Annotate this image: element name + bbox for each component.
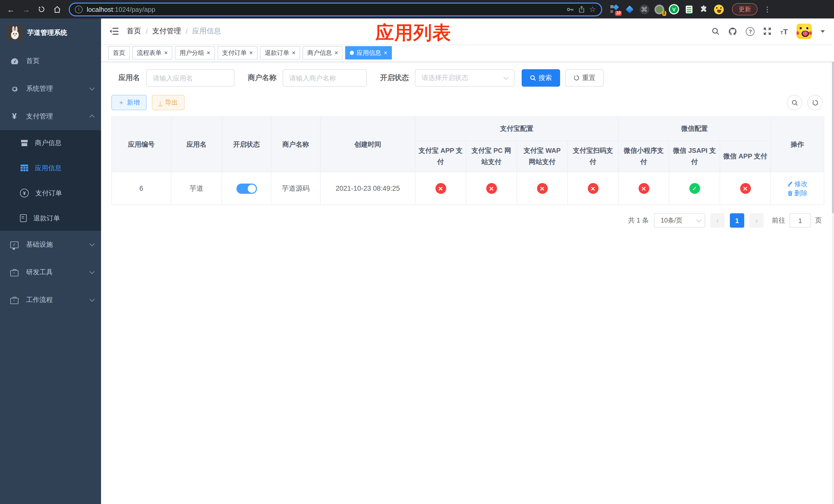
share-icon[interactable] (578, 5, 585, 13)
merchant-name-label: 商户名称 (248, 73, 277, 83)
search-button[interactable]: 搜索 (522, 69, 560, 87)
address-bar[interactable]: i localhost:1024/pay/app ☆ (69, 2, 602, 16)
breadcrumb-home[interactable]: 首页 (127, 27, 141, 36)
close-icon[interactable]: × (207, 50, 210, 56)
tab-merchant-info[interactable]: 商户信息 × (303, 46, 343, 60)
close-icon[interactable]: × (334, 50, 338, 56)
export-button[interactable]: ↓ 导出 (152, 95, 184, 110)
reset-button[interactable]: 重置 (565, 69, 604, 87)
col-group-alipay: 支付宝配置 (415, 117, 618, 141)
current-page[interactable]: 1 (730, 213, 744, 228)
prev-page-button[interactable]: ‹ (710, 213, 725, 228)
delete-link[interactable]: 删除 (787, 188, 808, 198)
sidebar-item-infrastructure[interactable]: ✓ 基础设施 (0, 231, 101, 258)
col-merchant: 商户名称 (271, 117, 320, 172)
col-app-id: 应用编号 (112, 117, 171, 172)
menu-label: 研发工具 (26, 268, 83, 277)
sidebar-item-pay-order[interactable]: ¥ 支付订单 (0, 181, 101, 206)
tab-label: 退款订单 (265, 48, 289, 57)
edit-link[interactable]: 修改 (787, 179, 808, 188)
close-icon[interactable]: × (164, 50, 168, 56)
status-fail-icon (588, 183, 598, 194)
tab-home[interactable]: 首页 (108, 46, 130, 60)
tab-app-info-active[interactable]: 应用信息 × (345, 46, 392, 60)
extension-blocker-icon[interactable]: 10 (609, 4, 620, 14)
browser-home-button[interactable] (50, 3, 64, 16)
tab-label: 支付订单 (222, 48, 247, 57)
merchant-name-input[interactable] (283, 69, 367, 87)
help-icon[interactable]: ? (746, 27, 755, 36)
cell-merchant: 芋道源码 (271, 172, 320, 205)
extension-kite-icon[interactable] (624, 4, 635, 14)
goto-page-input[interactable] (789, 213, 811, 228)
browser-reload-button[interactable] (35, 3, 48, 16)
col-wx-app: 微信 APP 支付 (720, 141, 771, 172)
breadcrumb-payment[interactable]: 支付管理 (152, 27, 181, 36)
app-name-input[interactable] (146, 69, 235, 87)
browser-back-button[interactable]: ← (4, 3, 18, 16)
tab-refund-order[interactable]: 退款订单 × (260, 46, 300, 60)
app-logo[interactable]: 芋道管理系统 (0, 19, 101, 47)
profile-avatar-icon[interactable] (714, 4, 724, 14)
fullscreen-icon[interactable] (764, 27, 772, 36)
menu-label: 工作流程 (26, 295, 83, 304)
caret-down-icon[interactable] (821, 30, 825, 32)
chrome-menu-icon[interactable]: ⋮ (764, 5, 771, 13)
close-icon[interactable]: × (292, 50, 295, 56)
extensions-puzzle-icon[interactable] (699, 4, 709, 14)
app-table: 应用编号 应用名 开启状态 商户名称 创建时间 支付宝配置 微信配置 操作 支付… (111, 116, 824, 205)
password-key-icon[interactable] (566, 5, 574, 13)
cell-app-id: 6 (112, 172, 171, 205)
document-icon (20, 214, 27, 222)
dashboard-icon (10, 58, 19, 64)
sidebar-item-payment[interactable]: ¥ 支付管理 (0, 102, 101, 130)
chevron-down-icon (696, 217, 701, 222)
search-icon[interactable] (712, 27, 720, 36)
extension-command-icon[interactable]: ⌘ (639, 4, 649, 14)
sidebar-item-refund-order[interactable]: 退款订单 (0, 206, 101, 231)
browser-forward-button[interactable]: → (20, 3, 33, 16)
tab-process-form[interactable]: 流程表单 × (132, 46, 172, 60)
tab-user-group[interactable]: 用户分组 × (175, 46, 215, 60)
menu-label: 首页 (26, 56, 94, 66)
sidebar-item-system[interactable]: 系统管理 (0, 75, 101, 102)
add-button[interactable]: ＋ 新增 (111, 95, 147, 110)
sidebar-item-app-info[interactable]: 应用信息 (0, 155, 101, 181)
sidebar-fold-icon[interactable] (109, 27, 118, 36)
bookmark-star-icon[interactable]: ☆ (589, 5, 596, 14)
sidebar-item-workflow[interactable]: 工作流程 (0, 286, 101, 314)
next-page-button[interactable]: › (749, 213, 764, 228)
site-info-icon[interactable]: i (75, 5, 83, 13)
close-icon[interactable]: × (384, 50, 387, 56)
page-size-select[interactable]: 10条/页 (654, 213, 705, 228)
reset-button-label: 重置 (582, 73, 595, 83)
github-icon[interactable] (729, 27, 737, 36)
cell-app-name: 芋道 (171, 172, 222, 205)
extension-notes-icon[interactable] (684, 4, 694, 14)
submenu-label: 应用信息 (35, 163, 62, 173)
sidebar-item-home[interactable]: 首页 (0, 47, 101, 75)
status-toggle[interactable] (236, 183, 257, 193)
sidebar-item-merchant-info[interactable]: 商户信息 (0, 130, 101, 155)
cell-alipay-qr (568, 172, 618, 205)
page-content: 应用名 商户名称 开启状态 请选择开启状态 搜索 (101, 62, 834, 504)
extension-recorder-icon[interactable]: 1 (654, 4, 664, 14)
status-select[interactable]: 请选择开启状态 (415, 69, 514, 87)
user-avatar[interactable] (796, 24, 812, 39)
breadcrumb-separator: / (146, 27, 148, 36)
close-icon[interactable]: × (249, 50, 253, 56)
col-created: 创建时间 (320, 117, 415, 172)
extension-v-icon[interactable]: V (669, 4, 679, 14)
toggle-search-button[interactable] (787, 95, 802, 110)
chrome-update-button[interactable]: 更新 (732, 3, 758, 15)
toolbar-right (787, 95, 823, 110)
screen: ← → i localhost:1024/pay/app ☆ (0, 0, 834, 504)
tab-pay-order[interactable]: 支付订单 × (218, 46, 258, 60)
font-size-icon[interactable]: TT (781, 27, 788, 35)
app-name-label: 应用名 (118, 73, 140, 83)
col-alipay-app: 支付宝 APP 支付 (415, 141, 466, 172)
page-scrollbar[interactable] (832, 19, 834, 504)
refresh-button[interactable] (807, 95, 823, 110)
sidebar-item-dev-tools[interactable]: 研发工具 (0, 258, 101, 286)
logo-bunny-avatar (7, 25, 23, 41)
